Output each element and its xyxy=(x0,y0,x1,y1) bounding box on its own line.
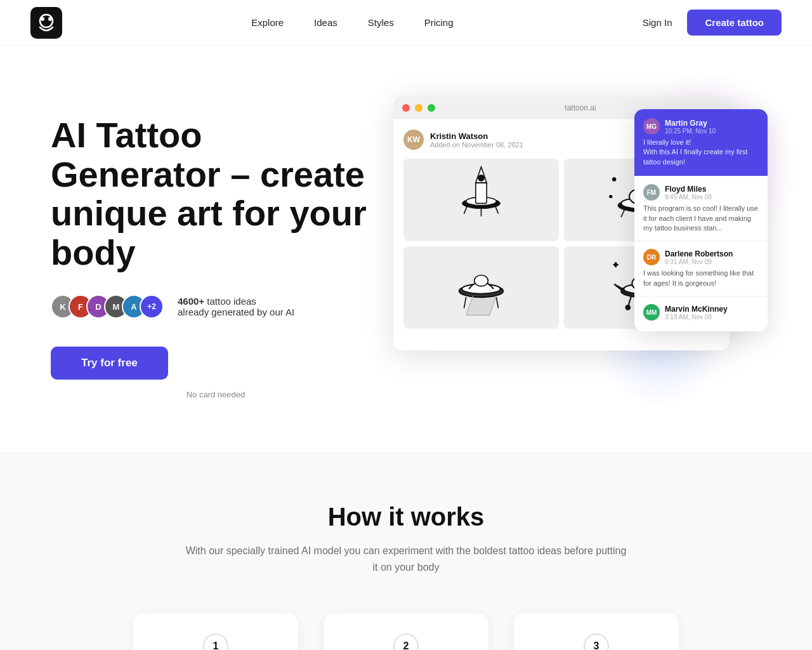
hero-avatars: K F D M A +2 4600+ tattoo ideas already … xyxy=(51,295,381,319)
nav-right: Sign In Create tattoo xyxy=(643,10,782,36)
chat-time-4: 3:18 AM, Nov 09 xyxy=(665,314,728,321)
try-free-button[interactable]: Try for free xyxy=(51,347,168,380)
chat-avatar-1: MG xyxy=(643,118,660,135)
how-it-works-section: How it works With our specially trained … xyxy=(0,452,812,650)
chat-message-3: DR Darlene Robertson 6:31 AM, Nov 09 I w… xyxy=(634,241,768,296)
svg-rect-0 xyxy=(30,7,62,39)
nav-styles[interactable]: Styles xyxy=(368,17,394,28)
how-it-works-subtitle: With our specially trained AI model you … xyxy=(184,543,628,575)
svg-point-11 xyxy=(478,175,484,181)
svg-point-3 xyxy=(48,17,52,21)
tl-red xyxy=(402,104,410,112)
avatar-plus: +2 xyxy=(140,295,164,319)
stat-label: tattoo ideas xyxy=(204,296,256,307)
step-card-1: 1 📝 xyxy=(133,613,298,650)
step-card-3: 3 ⚙️ xyxy=(514,613,679,650)
tattoo-image-3 xyxy=(403,246,559,329)
tl-green xyxy=(428,104,435,112)
hero-left: AI Tattoo Generator – create unique art … xyxy=(51,96,381,399)
stat-suffix: already generated by our AI xyxy=(178,307,294,317)
svg-point-2 xyxy=(41,17,44,21)
svg-line-28 xyxy=(496,297,498,308)
chat-sidebar: MG Martin Gray 10:25 PM, Nov 10 I litera… xyxy=(634,109,768,331)
hero-title: AI Tattoo Generator – create unique art … xyxy=(51,116,381,272)
nav-ideas[interactable]: Ideas xyxy=(314,17,337,28)
how-it-works-title: How it works xyxy=(51,503,761,531)
app-user-avatar: KW xyxy=(403,129,424,150)
no-card-label: No card needed xyxy=(51,390,381,399)
stat-count: 4600+ xyxy=(178,296,204,307)
create-tattoo-button[interactable]: Create tattoo xyxy=(687,10,782,36)
chat-time-2: 9:45 AM, Nov 09 xyxy=(665,194,712,201)
navigation: Explore Ideas Styles Pricing Sign In Cre… xyxy=(0,0,812,46)
hero-right: tattoon.ai KW Kristin Watson Added on No… xyxy=(393,96,761,369)
step-number-3: 3 xyxy=(584,633,609,650)
steps-row: 1 📝 2 🎨 3 ⚙️ xyxy=(51,613,761,650)
chat-msg-header-4: MM Marvin McKinney 3:18 AM, Nov 09 xyxy=(643,304,759,321)
nav-explore[interactable]: Explore xyxy=(251,17,284,28)
nav-pricing[interactable]: Pricing xyxy=(424,17,454,28)
svg-point-26 xyxy=(475,275,488,286)
chat-name-1: Martin Gray xyxy=(665,119,716,128)
chat-name-3: Darlene Robertson xyxy=(665,249,733,258)
step-card-2: 2 🎨 xyxy=(324,613,488,650)
svg-line-8 xyxy=(464,206,467,214)
chat-avatar-3: DR xyxy=(643,249,660,265)
step-number-1: 1 xyxy=(203,633,228,650)
svg-point-36 xyxy=(626,305,631,310)
tattoo-image-1 xyxy=(403,159,559,241)
svg-rect-6 xyxy=(476,183,487,204)
tl-yellow xyxy=(415,104,422,112)
chat-msg-header-2: FM Floyd Miles 9:45 AM, Nov 09 xyxy=(643,184,759,201)
hero-section: AI Tattoo Generator – create unique art … xyxy=(0,46,812,452)
step-number-2: 2 xyxy=(393,633,419,650)
chat-avatar-4: MM xyxy=(643,304,660,321)
chat-message-4: MM Marvin McKinney 3:18 AM, Nov 09 xyxy=(634,296,768,331)
hero-stat: 4600+ tattoo ideas already generated by … xyxy=(178,296,294,317)
svg-line-27 xyxy=(464,297,466,308)
chat-msg-header-1: MG Martin Gray 10:25 PM, Nov 10 xyxy=(643,118,759,135)
chat-message-2: FM Floyd Miles 9:45 AM, Nov 09 This prog… xyxy=(634,176,768,241)
sign-in-link[interactable]: Sign In xyxy=(643,17,672,28)
logo[interactable] xyxy=(30,7,62,39)
chat-avatar-2: FM xyxy=(643,184,660,201)
chat-name-2: Floyd Miles xyxy=(665,185,712,194)
svg-point-22 xyxy=(610,196,612,197)
nav-links: Explore Ideas Styles Pricing xyxy=(251,17,453,29)
app-user-date: Added on November 08, 2021 xyxy=(430,141,523,149)
logo-icon xyxy=(30,7,62,39)
chat-text-3: I was looking for something like that fo… xyxy=(643,269,759,288)
svg-text:✦: ✦ xyxy=(613,261,619,269)
svg-point-20 xyxy=(613,178,615,180)
app-user-name: Kristin Watson xyxy=(430,131,523,141)
chat-message-1: MG Martin Gray 10:25 PM, Nov 10 I litera… xyxy=(634,109,768,176)
svg-line-10 xyxy=(495,206,498,214)
chat-msg-header-3: DR Darlene Robertson 6:31 AM, Nov 09 xyxy=(643,249,759,265)
chat-time-3: 6:31 AM, Nov 09 xyxy=(665,258,733,265)
app-user-info: Kristin Watson Added on November 08, 202… xyxy=(430,131,523,149)
chat-text-2: This program is so cool! I literally use… xyxy=(643,204,759,233)
chat-time-1: 10:25 PM, Nov 10 xyxy=(665,128,716,135)
chat-name-4: Marvin McKinney xyxy=(665,305,728,314)
chat-text-1: I literally love it!With this AI I final… xyxy=(643,138,759,167)
